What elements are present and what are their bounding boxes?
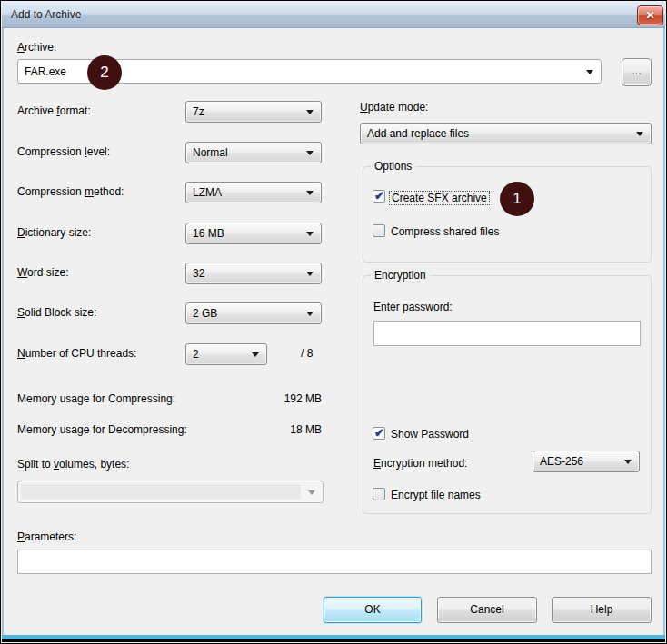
compression-method-combobox[interactable]: LZMA — [185, 182, 322, 203]
options-group-title: Options — [371, 160, 415, 173]
chevron-down-icon — [306, 232, 314, 236]
dictionary-size-combobox[interactable]: 16 MB — [185, 223, 322, 244]
chevron-down-icon — [306, 312, 314, 316]
annotation-badge-2: 2 — [87, 55, 122, 90]
close-icon: ✕ — [645, 9, 654, 22]
browse-button[interactable]: ... — [622, 58, 652, 86]
chevron-down-icon — [624, 460, 632, 464]
chevron-down-icon — [636, 132, 643, 136]
update-mode-label: Update mode: — [360, 101, 428, 114]
show-password-checkbox[interactable] — [373, 427, 385, 440]
dictionary-size-label: Dictionary size: — [17, 226, 91, 239]
show-password-label[interactable]: Show Password — [391, 428, 469, 441]
chevron-down-icon — [306, 110, 314, 114]
compression-method-label: Compression method: — [17, 185, 124, 198]
parameters-input[interactable] — [17, 550, 652, 574]
annotation-badge-1: 1 — [500, 182, 534, 216]
solid-block-size-combobox[interactable]: 2 GB — [185, 302, 322, 324]
compression-level-combobox[interactable]: Normal — [185, 142, 322, 163]
ok-button[interactable]: OK — [324, 597, 422, 623]
encryption-method-label: Encryption method: — [373, 457, 467, 470]
cpu-threads-combobox[interactable]: 2 — [185, 343, 267, 365]
encryption-method-combobox[interactable]: AES-256 — [533, 451, 640, 472]
cancel-button[interactable]: Cancel — [437, 597, 537, 623]
cpu-threads-max-label: / 8 — [301, 347, 313, 360]
options-group: Options — [363, 166, 652, 263]
word-size-label: Word size: — [17, 266, 68, 279]
encryption-group-title: Encryption — [371, 269, 430, 282]
chevron-down-icon — [308, 490, 315, 495]
memory-decompressing-value: 18 MB — [231, 423, 322, 436]
cpu-threads-label: Number of CPU threads: — [17, 347, 136, 360]
window-frame-left — [2, 28, 4, 635]
window-frame-right — [663, 28, 665, 635]
create-sfx-checkbox[interactable] — [373, 190, 385, 203]
password-input[interactable] — [373, 321, 641, 346]
encrypt-names-label[interactable]: Encrypt file names — [391, 489, 481, 501]
window-title: Add to Archive — [11, 8, 81, 21]
ellipsis-icon: ... — [632, 64, 641, 77]
help-button[interactable]: Help — [552, 597, 652, 623]
enter-password-label: Enter password: — [373, 301, 453, 313]
chevron-down-icon[interactable] — [586, 70, 593, 74]
split-volumes-label: Split to volumes, bytes: — [17, 458, 129, 471]
titlebar[interactable]: Add to Archive — [2, 2, 665, 28]
solid-block-size-label: Solid Block size: — [17, 306, 96, 319]
chevron-down-icon — [306, 272, 314, 276]
archive-label: Archive: — [17, 41, 56, 54]
compress-shared-checkbox[interactable] — [373, 224, 385, 237]
compress-shared-label[interactable]: Compress shared files — [391, 225, 499, 238]
close-button[interactable]: ✕ — [637, 5, 663, 25]
parameters-label: Parameters: — [17, 530, 76, 543]
archive-format-label: Archive format: — [17, 104, 91, 117]
archive-format-combobox[interactable]: 7z — [185, 101, 322, 123]
chevron-down-icon — [306, 151, 314, 155]
memory-compressing-label: Memory usage for Compressing: — [17, 392, 175, 405]
split-volumes-combobox[interactable] — [17, 481, 324, 503]
create-sfx-label[interactable]: Create SFX archive — [390, 192, 489, 204]
memory-decompressing-label: Memory usage for Decompressing: — [17, 423, 187, 436]
add-to-archive-dialog: Add to Archive ✕ Archive: FAR.exe 2 ... … — [0, 0, 667, 644]
compression-level-label: Compression level: — [17, 145, 110, 158]
split-volumes-value — [21, 484, 301, 500]
update-mode-combobox[interactable]: Add and replace files — [360, 123, 652, 144]
word-size-combobox[interactable]: 32 — [185, 263, 322, 284]
archive-name-value: FAR.exe — [25, 65, 66, 78]
chevron-down-icon — [306, 191, 314, 195]
memory-compressing-value: 192 MB — [231, 392, 322, 405]
window-frame-bottom — [2, 635, 665, 642]
encrypt-names-checkbox[interactable] — [373, 488, 385, 500]
chevron-down-icon — [252, 352, 259, 357]
